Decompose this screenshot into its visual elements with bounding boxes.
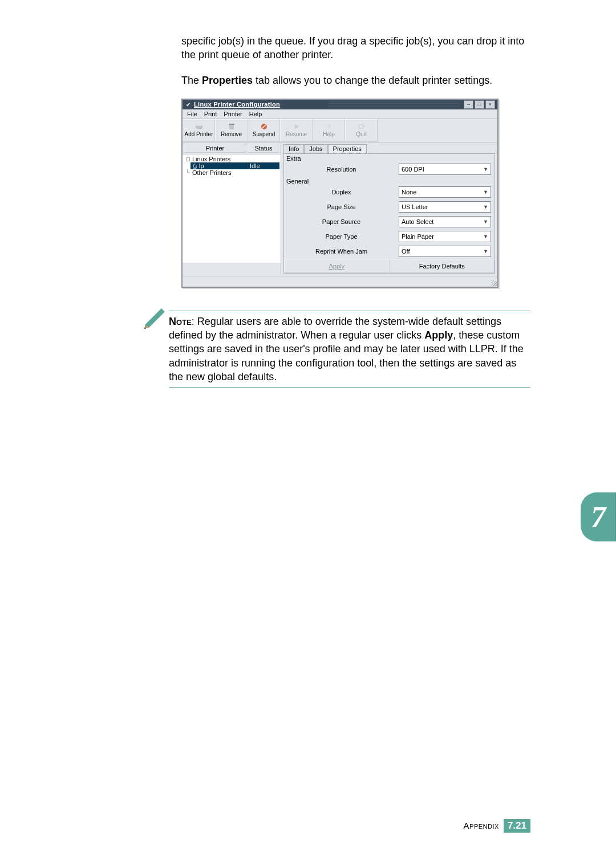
reprint-label: Reprint When Jam xyxy=(287,248,395,255)
footer-label: Appendix xyxy=(464,821,499,830)
help-icon: ? xyxy=(325,123,334,130)
intro-paragraph-2: The Properties tab allows you to change … xyxy=(181,74,530,87)
svg-rect-1 xyxy=(197,124,201,126)
detail-tabs: Info Jobs Properties xyxy=(281,142,497,153)
printer-tree[interactable]: □ Linux Printers ⎙ lp Idle └ Other Print… xyxy=(183,154,281,263)
duplex-label: Duplex xyxy=(287,189,395,195)
titlebar-stripes xyxy=(329,101,460,107)
suspend-button[interactable]: Suspend xyxy=(248,119,280,142)
paper-type-label: Paper Type xyxy=(287,233,395,240)
tab-info[interactable]: Info xyxy=(283,144,304,153)
menu-help[interactable]: Help xyxy=(249,111,262,117)
close-button[interactable]: × xyxy=(485,100,495,109)
properties-pane: Info Jobs Properties Extra Resolution 60… xyxy=(281,142,497,276)
menubar: File Print Printer Help xyxy=(183,109,497,119)
exit-icon xyxy=(357,123,366,130)
printer-icon xyxy=(194,123,204,130)
svg-rect-8 xyxy=(359,125,363,128)
menu-print[interactable]: Print xyxy=(204,111,217,117)
svg-marker-10 xyxy=(144,308,165,329)
add-printer-button[interactable]: Add Printer xyxy=(183,119,215,142)
tree-linux-printers[interactable]: □ Linux Printers xyxy=(184,156,279,162)
maximize-button[interactable]: □ xyxy=(475,100,484,109)
linux-printer-config-window: ✔ Linux Printer Configuration – □ × File… xyxy=(181,99,499,288)
svg-rect-2 xyxy=(229,124,234,129)
page-footer: Appendix 7.21 xyxy=(464,819,530,833)
chevron-down-icon: ▼ xyxy=(483,219,488,225)
reprint-select[interactable]: Off▼ xyxy=(399,246,491,257)
chapter-tab: 7 xyxy=(581,492,616,541)
note-text: Note: Regular users are able to override… xyxy=(169,315,530,384)
resume-button: Resume xyxy=(280,119,313,142)
minimize-button[interactable]: – xyxy=(464,100,473,109)
resolution-label: Resolution xyxy=(287,166,395,173)
chevron-down-icon: ▼ xyxy=(483,204,488,210)
page-size-select[interactable]: US Letter▼ xyxy=(399,201,491,213)
group-general-label: General xyxy=(284,177,495,185)
printer-tree-pane: Printer Status □ Linux Printers ⎙ lp Idl… xyxy=(183,142,281,276)
toolbar: Add Printer Remove Suspend Resume ? Help… xyxy=(183,119,497,142)
chevron-down-icon: ▼ xyxy=(483,166,488,172)
group-extra-label: Extra xyxy=(284,154,495,162)
window-menu-icon[interactable]: ✔ xyxy=(185,101,192,108)
quit-button: Quit xyxy=(345,119,378,142)
paper-type-select[interactable]: Plain Paper▼ xyxy=(399,231,491,242)
paper-source-label: Paper Source xyxy=(287,218,395,225)
stop-icon xyxy=(260,123,269,130)
svg-text:?: ? xyxy=(327,124,331,130)
page-number-box: 7.21 xyxy=(504,819,530,833)
printer-column-header[interactable]: Printer xyxy=(185,144,245,153)
pencil-icon xyxy=(140,306,168,335)
resolution-select[interactable]: 600 DPI▼ xyxy=(399,164,491,175)
svg-rect-3 xyxy=(229,124,234,125)
printer-icon: ⎙ xyxy=(192,162,198,169)
tab-jobs[interactable]: Jobs xyxy=(304,144,327,153)
branch-icon: └ xyxy=(185,169,191,176)
note-divider-top xyxy=(169,311,530,311)
trash-icon xyxy=(227,123,236,130)
remove-button[interactable]: Remove xyxy=(215,119,248,142)
note-block: Note: Regular users are able to override… xyxy=(143,311,530,388)
tree-other-printers[interactable]: └ Other Printers xyxy=(184,169,279,176)
menu-printer[interactable]: Printer xyxy=(224,111,242,117)
chevron-down-icon: ▼ xyxy=(483,189,488,195)
help-button: ? Help xyxy=(313,119,345,142)
window-title: Linux Printer Configuration xyxy=(194,101,325,108)
tree-lp[interactable]: ⎙ lp Idle xyxy=(191,162,279,169)
chevron-down-icon: ▼ xyxy=(483,234,488,239)
statusbar xyxy=(183,276,497,287)
paper-source-select[interactable]: Auto Select▼ xyxy=(399,216,491,227)
svg-marker-6 xyxy=(295,124,299,129)
duplex-select[interactable]: None▼ xyxy=(399,186,491,198)
apply-button: Apply xyxy=(284,259,390,273)
note-divider-bottom xyxy=(169,387,530,388)
tab-properties[interactable]: Properties xyxy=(328,144,367,153)
window-titlebar[interactable]: ✔ Linux Printer Configuration – □ × xyxy=(183,100,497,109)
status-column-header[interactable]: Status xyxy=(249,144,278,153)
folder-icon: □ xyxy=(185,156,191,162)
play-icon xyxy=(292,123,301,130)
factory-defaults-button[interactable]: Factory Defaults xyxy=(390,259,495,273)
menu-file[interactable]: File xyxy=(187,111,197,117)
intro-paragraph-1: specific job(s) in the queue. If you dra… xyxy=(181,34,530,62)
page-size-label: Page Size xyxy=(287,203,395,210)
chevron-down-icon: ▼ xyxy=(483,248,488,254)
